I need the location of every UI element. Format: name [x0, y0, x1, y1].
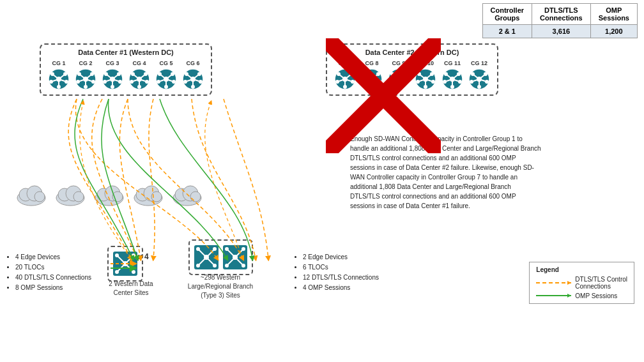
- svg-point-183: [213, 247, 217, 251]
- svg-point-7: [50, 72, 54, 76]
- cg6-icon: [181, 68, 204, 91]
- svg-point-119: [424, 85, 427, 89]
- cg4-item: CG 4: [128, 60, 151, 91]
- legend-omp-label: OMP Sessions: [575, 292, 617, 299]
- cg1-icon: [47, 68, 70, 91]
- cg1-label: CG 1: [52, 60, 65, 66]
- svg-point-192: [225, 247, 229, 251]
- svg-point-70: [199, 80, 203, 84]
- x4-label: x 4: [138, 252, 149, 261]
- cg3-icon: [101, 68, 124, 91]
- svg-point-141: [470, 80, 473, 84]
- legend-item-dtls: DTLS/TLS ControlConnections: [536, 276, 627, 290]
- svg-point-115: [417, 72, 421, 76]
- svg-point-31: [104, 72, 108, 76]
- svg-point-142: [485, 80, 489, 84]
- cg12-label: CG 12: [471, 60, 487, 66]
- cg6-label: CG 6: [186, 60, 199, 66]
- svg-point-139: [471, 72, 475, 76]
- cg7-icon: [334, 68, 356, 91]
- svg-point-128: [457, 72, 461, 76]
- svg-point-33: [103, 80, 107, 84]
- cg8-label: CG 8: [365, 60, 378, 66]
- legend-omp-line: [536, 292, 571, 299]
- svg-point-182: [196, 247, 200, 251]
- svg-marker-201: [567, 294, 571, 298]
- svg-point-95: [370, 85, 374, 89]
- bullet-list-left: 4 Edge Devices 20 TLOCs 40 DTLS/TLS Conn…: [6, 252, 91, 293]
- dc1-controllers: CG 1 CG 2: [47, 60, 204, 91]
- svg-point-94: [378, 80, 381, 84]
- cg4-label: CG 4: [132, 60, 146, 66]
- wdc-sites-label: 2 Western DataCenter Sites: [99, 280, 163, 298]
- svg-point-22: [91, 80, 95, 84]
- cg11-icon: [441, 68, 464, 91]
- svg-point-68: [197, 72, 201, 76]
- svg-point-56: [171, 72, 174, 76]
- cg2-icon: [74, 68, 97, 91]
- svg-point-130: [458, 80, 462, 84]
- svg-point-59: [164, 85, 168, 89]
- svg-point-181: [204, 255, 209, 260]
- bullet-list-right: 2 Edge Devices 6 TLOCs 12 DTLS/TLS Conne…: [294, 252, 379, 293]
- legend-dtls-line: [536, 279, 571, 287]
- dc1-box: Data Center #1 (Western DC) CG 1 CG 2: [40, 43, 212, 96]
- bullet-left-2: 20 TLOCs: [15, 262, 91, 273]
- cg8-item: CG 8: [360, 60, 383, 91]
- clouds-area: [14, 182, 205, 206]
- svg-point-32: [117, 72, 121, 76]
- svg-point-103: [390, 72, 394, 76]
- svg-point-45: [130, 80, 134, 84]
- svg-point-184: [196, 264, 200, 268]
- table-header-cg: ControllerGroups: [482, 4, 532, 25]
- svg-point-80: [349, 72, 353, 76]
- cg12-icon: [468, 68, 491, 91]
- svg-point-79: [337, 72, 341, 76]
- cg11-item: CG 11: [441, 60, 464, 91]
- svg-point-127: [444, 72, 448, 76]
- cg2-item: CG 2: [74, 60, 97, 91]
- svg-point-104: [403, 72, 407, 76]
- cg9-item: CG 9: [387, 60, 410, 91]
- svg-point-11: [57, 85, 61, 89]
- cg4-icon: [128, 68, 151, 91]
- cloud5-icon: [170, 182, 205, 206]
- svg-point-165: [190, 192, 201, 202]
- cloud4-icon: [131, 182, 166, 206]
- dc2-controllers: CG 7 CG 8: [334, 60, 491, 91]
- svg-point-107: [397, 85, 401, 89]
- svg-point-43: [131, 72, 135, 76]
- cg2-label: CG 2: [79, 60, 92, 66]
- cg10-label: CG 10: [417, 60, 434, 66]
- dc2-title: Data Center #2 (Eastern DC): [334, 49, 491, 56]
- table-header-dtls: DTLS/TLSConnections: [532, 4, 591, 25]
- cloud2-icon: [53, 182, 88, 206]
- svg-point-193: [241, 247, 245, 251]
- svg-point-34: [118, 80, 122, 84]
- cg6-item: CG 6: [181, 60, 204, 91]
- svg-point-57: [157, 80, 160, 84]
- svg-point-46: [145, 80, 149, 84]
- svg-point-149: [34, 192, 45, 202]
- table-cell-cg: 2 & 1: [482, 25, 532, 38]
- svg-point-23: [84, 85, 88, 89]
- svg-point-105: [389, 80, 393, 84]
- cloud3-icon: [92, 182, 127, 206]
- svg-point-129: [443, 80, 447, 84]
- legend-title: Legend: [536, 266, 627, 273]
- cg3-label: CG 3: [105, 60, 119, 66]
- svg-point-161: [151, 192, 162, 202]
- cg8-icon: [360, 68, 383, 91]
- cg12-item: CG 12: [468, 60, 491, 91]
- svg-point-20: [90, 72, 94, 76]
- description-text: Enough SD-WAN Controller capacity in Con…: [350, 134, 542, 211]
- bullet-left-4: 8 OMP Sessions: [15, 283, 91, 293]
- svg-point-8: [63, 72, 67, 76]
- bullet-right-1: 2 Edge Devices: [303, 252, 379, 262]
- svg-point-58: [172, 80, 176, 84]
- dc2-box: Data Center #2 (Eastern DC) CG 7 CG 8: [326, 43, 498, 96]
- bullet-left-1: 4 Edge Devices: [15, 252, 91, 262]
- svg-point-195: [241, 264, 245, 268]
- svg-point-81: [335, 80, 339, 84]
- svg-point-153: [73, 192, 84, 202]
